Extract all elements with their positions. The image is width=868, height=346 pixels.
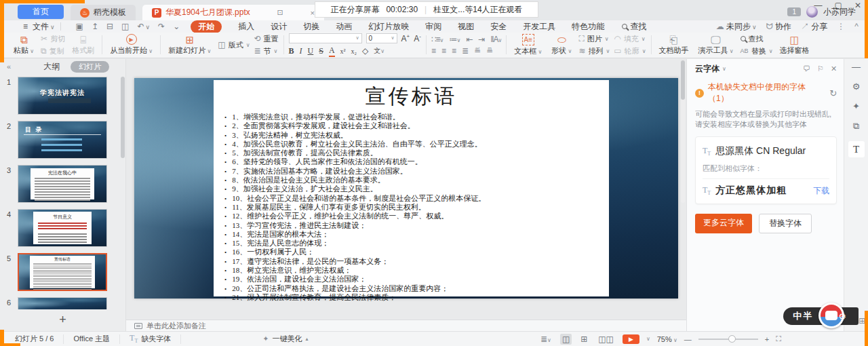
- collapse-sidebar-icon[interactable]: «: [7, 62, 11, 71]
- save-icon[interactable]: ▣: [76, 22, 83, 31]
- tab-security[interactable]: 安全: [490, 21, 507, 33]
- sidebar-scrollbar[interactable]: [121, 77, 125, 158]
- fit-slide-icon[interactable]: ⛶: [776, 334, 781, 343]
- slide-thumbnail-3[interactable]: 3宪法在我心中: [0, 165, 120, 203]
- align-center-icon[interactable]: ≡: [441, 46, 446, 56]
- slide-thumbnail-6[interactable]: 6: [0, 297, 120, 309]
- outline-tab[interactable]: 大纲: [43, 61, 60, 73]
- subscript-button[interactable]: x₂: [351, 47, 357, 55]
- align-right-icon[interactable]: ≡: [452, 46, 456, 56]
- italic-button[interactable]: I: [300, 46, 302, 56]
- section-button[interactable]: ≣节∨: [254, 46, 279, 56]
- text-box-button[interactable]: A≡文本框 ∨: [511, 34, 545, 56]
- ime-toolbar[interactable]: 中半 简 ⚙: [783, 305, 846, 327]
- tab-document[interactable]: P 华夏1904七月团课.pptx ⊡ ×: [142, 5, 324, 20]
- slide-thumbnail-1[interactable]: 1学宪法讲宪法: [0, 77, 120, 115]
- selection-pane-button[interactable]: ◫选择窗格: [776, 35, 812, 56]
- tab-animation[interactable]: 动画: [336, 21, 352, 33]
- tab-devtools[interactable]: 开发工具: [523, 21, 555, 33]
- play-options-icon[interactable]: ∨: [646, 336, 650, 342]
- sorter-view-icon[interactable]: ⊞: [578, 334, 589, 345]
- text-tool-button[interactable]: 文∨: [374, 46, 384, 56]
- cut-button[interactable]: ✂剪切: [41, 34, 65, 44]
- canvas-scrollbar[interactable]: [681, 60, 685, 203]
- print-icon[interactable]: ⊟: [106, 22, 113, 31]
- decrease-font-icon[interactable]: A-: [414, 33, 421, 43]
- feedback-icon[interactable]: 🗩: [803, 64, 810, 73]
- share-button[interactable]: ↗ 分享: [801, 21, 827, 33]
- layout-button[interactable]: ◫版式∨: [218, 40, 250, 50]
- print-preview-icon[interactable]: ◫: [121, 22, 129, 31]
- redo-icon[interactable]: ↷: [158, 22, 165, 31]
- reading-view-icon[interactable]: ◫◫: [596, 334, 616, 345]
- collapse-ribbon-icon[interactable]: ^: [854, 22, 859, 31]
- ime-settings-icon[interactable]: ⚙: [838, 311, 846, 322]
- format-painter-button[interactable]: ⌸格式刷: [69, 35, 97, 56]
- tab-features[interactable]: 特色功能: [572, 21, 604, 33]
- picture-button[interactable]: ⛶图片∨: [578, 34, 610, 44]
- numbered-list-icon[interactable]: ≔∨: [449, 35, 460, 44]
- shapes-button[interactable]: ⬭形状 ∨: [549, 35, 574, 56]
- decrease-indent-icon[interactable]: ⇤: [466, 35, 472, 44]
- superscript-button[interactable]: x²: [340, 47, 346, 55]
- download-link[interactable]: 下载: [813, 185, 829, 197]
- tab-design[interactable]: 设计: [271, 21, 287, 33]
- notification-badge[interactable]: 1: [787, 7, 801, 16]
- properties-icon[interactable]: ⚙: [852, 81, 861, 92]
- slide-text-box[interactable]: 宣传标语 1、增强宪法意识，推动科学发展，促进社会和谐。2、全面贯彻落实科学发展…: [214, 80, 609, 296]
- user-avatar[interactable]: [806, 6, 818, 18]
- new-slide-button[interactable]: ⊞新建幻灯片 ∨: [165, 35, 214, 56]
- screen-share-icon[interactable]: ⊡: [277, 8, 283, 17]
- file-menu[interactable]: 文件∨: [33, 21, 55, 33]
- underline-button[interactable]: U: [308, 46, 314, 56]
- slide-thumbnail-5[interactable]: 5宣传标语: [0, 253, 120, 291]
- distribute-icon[interactable]: ≝: [474, 46, 480, 56]
- replace-button[interactable]: AB替换∨: [741, 46, 773, 56]
- pin-icon[interactable]: ⚐: [817, 64, 824, 73]
- add-slide-button[interactable]: +: [0, 313, 125, 327]
- text-panel-icon[interactable]: T: [848, 141, 865, 157]
- bold-button[interactable]: B: [289, 46, 294, 56]
- fill-button[interactable]: ◠填充∨: [614, 34, 646, 44]
- thumb-preview[interactable]: 节日意义: [18, 209, 107, 247]
- collaborate-button[interactable]: ᗢ 协作: [766, 21, 791, 33]
- thumb-preview[interactable]: 宪法在我心中: [18, 165, 107, 203]
- zoom-slider[interactable]: [698, 339, 758, 340]
- slide-canvas[interactable]: 宣传标语 1、增强宪法意识，推动科学发展，促进社会和谐。2、全面贯彻落实科学发展…: [126, 59, 686, 320]
- zoom-slider-knob[interactable]: [728, 335, 736, 343]
- notes-bar[interactable]: 单击此处添加备注: [126, 320, 686, 331]
- layers-icon[interactable]: ⧉: [853, 121, 859, 132]
- sync-status[interactable]: ☁ 未同步∨: [716, 21, 757, 33]
- tab-docer-templates[interactable]: ♨ 稻壳模板: [71, 5, 136, 20]
- thumb-preview[interactable]: 目 录: [18, 121, 107, 159]
- ime-mode-label[interactable]: 中半: [793, 310, 813, 322]
- thumb-preview[interactable]: 学宪法讲宪法: [18, 77, 107, 115]
- justify-icon[interactable]: ≣: [462, 46, 468, 56]
- slide-thumbnail-4[interactable]: 4节日意义: [0, 209, 120, 247]
- normal-view-icon[interactable]: ◫: [560, 334, 572, 345]
- zoom-level[interactable]: 75% ∨: [657, 335, 677, 343]
- align-left-icon[interactable]: ≡: [431, 46, 435, 56]
- play-from-current-button[interactable]: ▶从当前开始 ∨: [107, 34, 155, 56]
- text-direction-icon[interactable]: ‖A∨: [490, 35, 501, 44]
- tab-insert[interactable]: 插入: [238, 21, 254, 33]
- theme-label[interactable]: Office 主题: [64, 334, 120, 344]
- font-size-combo[interactable]: 0∨: [366, 33, 397, 43]
- paste-button[interactable]: ⧉粘贴 ∨: [11, 35, 37, 56]
- font-color-button[interactable]: A: [329, 45, 335, 57]
- slides-tab[interactable]: 幻灯片: [71, 61, 109, 73]
- missing-fonts-status[interactable]: TT缺失字体: [120, 334, 181, 344]
- clear-format-button[interactable]: ◇: [362, 46, 368, 56]
- increase-indent-icon[interactable]: ⇥: [478, 35, 484, 44]
- notes-toggle-icon[interactable]: ≣∨: [538, 334, 553, 345]
- strikethrough-button[interactable]: S: [319, 46, 323, 56]
- replace-font-button[interactable]: 替换字体: [759, 214, 812, 233]
- tab-transition[interactable]: 切换: [303, 21, 319, 33]
- tab-slideshow[interactable]: 幻灯片放映: [368, 21, 409, 33]
- increase-font-icon[interactable]: A+: [401, 33, 410, 43]
- tab-view[interactable]: 视图: [458, 21, 474, 33]
- refresh-icon[interactable]: ↻: [829, 88, 837, 98]
- line-spacing-icon[interactable]: ≞: [486, 46, 492, 56]
- panel-dropdown-icon[interactable]: ∨: [722, 66, 726, 72]
- find-button[interactable]: 查找: [741, 34, 773, 44]
